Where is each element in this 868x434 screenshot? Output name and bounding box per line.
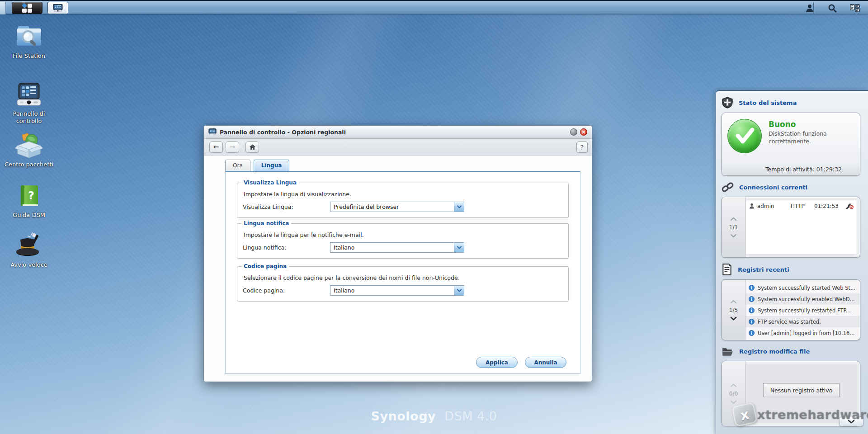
cancel-button[interactable]: Annulla bbox=[525, 357, 566, 368]
minimize-orb-button[interactable] bbox=[570, 128, 577, 136]
tab-lingua[interactable]: Lingua bbox=[254, 160, 290, 171]
taskbar-window-button-control-panel[interactable] bbox=[47, 2, 68, 14]
help-icon: ? bbox=[580, 144, 584, 151]
package-center-icon bbox=[4, 131, 54, 158]
select-value: Italiano bbox=[330, 286, 454, 295]
fieldset-legend: Codice pagina bbox=[241, 263, 289, 269]
notification-language-select[interactable]: Italiano bbox=[330, 242, 464, 253]
widget-title: Connessioni correnti bbox=[739, 184, 807, 191]
main-menu-button[interactable] bbox=[12, 2, 42, 14]
dropdown-arrow-icon bbox=[454, 286, 464, 295]
control-panel-window: Pannello di controllo - Opzioni regional… bbox=[203, 125, 592, 382]
info-icon bbox=[749, 296, 755, 302]
logs-pager: 1/5 bbox=[722, 280, 745, 340]
field-label: Lingua notifica: bbox=[243, 244, 330, 251]
connection-protocol: HTTP bbox=[791, 203, 814, 209]
dsm-watermark: Synology DSM 4.0 bbox=[371, 409, 497, 423]
tab-panel-lingua: Visualizza Lingua Impostare la lingua di… bbox=[225, 171, 580, 374]
pilot-view-icon[interactable] bbox=[849, 2, 861, 14]
dsm-version-text: DSM 4.0 bbox=[444, 409, 497, 423]
log-row: System successfully restarted FTP... bbox=[745, 305, 860, 316]
pager-down-icon[interactable] bbox=[730, 400, 737, 404]
display-language-select[interactable]: Predefinita del browser bbox=[330, 202, 464, 212]
dropdown-arrow-icon bbox=[454, 202, 464, 212]
site-watermark: x xtremehardware.com bbox=[733, 404, 868, 425]
home-button[interactable] bbox=[245, 142, 259, 153]
widget-header-recent-logs: Registri recenti bbox=[716, 258, 868, 279]
widget-header-system-status: Stato del sistema bbox=[716, 91, 868, 113]
fieldset-description: Impostare la lingua per le notifiche e-m… bbox=[244, 231, 563, 238]
status-description: DiskStation funziona correttamente. bbox=[769, 130, 841, 146]
forward-button[interactable]: → bbox=[226, 142, 239, 153]
dropdown-arrow-icon bbox=[454, 243, 464, 252]
forward-arrow-icon: → bbox=[230, 143, 236, 151]
fieldset-description: Selezionare il codice pagine per la conv… bbox=[244, 274, 563, 281]
home-icon bbox=[249, 144, 256, 150]
tab-ora[interactable]: Ora bbox=[225, 160, 250, 171]
desktop-icon-control-panel[interactable]: Pannello di controllo bbox=[4, 80, 54, 125]
apply-button[interactable]: Applica bbox=[476, 357, 518, 368]
pager-up-icon[interactable] bbox=[730, 217, 737, 221]
dsm-help-icon: ? bbox=[4, 182, 54, 209]
fieldset-legend: Lingua notifica bbox=[241, 220, 291, 226]
pager-label: 1/5 bbox=[729, 307, 738, 313]
fieldset-notification-language: Lingua notifica Impostare la lingua per … bbox=[237, 223, 569, 259]
pager-down-icon[interactable] bbox=[730, 316, 737, 321]
desktop-icon-label: Avvio veloce bbox=[4, 261, 54, 269]
window-toolbar: ← → ? bbox=[204, 139, 592, 156]
fieldset-description: Impostare la lingua di visualizzazione. bbox=[244, 191, 563, 198]
pager-label: 0/0 bbox=[729, 391, 738, 397]
file-log-empty-message: Nessun registro attivo bbox=[763, 383, 840, 397]
info-icon bbox=[749, 319, 755, 325]
log-row: User [admin] logged in from [10.16... bbox=[745, 327, 860, 339]
info-icon bbox=[749, 330, 755, 336]
desktop-icon-package-center[interactable]: Centro pacchetti bbox=[4, 131, 54, 168]
connections-card: 1/1 admin HTTP 01:21:53 bbox=[722, 197, 860, 258]
user-icon bbox=[749, 203, 755, 209]
fieldset-legend: Visualizza Lingua bbox=[241, 179, 299, 186]
back-button[interactable]: ← bbox=[209, 142, 223, 153]
window-title-icon bbox=[208, 128, 217, 136]
quick-start-icon bbox=[4, 231, 54, 259]
widget-header-connections: Connessioni correnti bbox=[716, 176, 868, 197]
tab-strip: Ora Lingua bbox=[225, 160, 289, 171]
window-content: Ora Lingua Visualizza Lingua Impostare l… bbox=[204, 156, 592, 382]
close-icon: × bbox=[581, 129, 586, 135]
control-panel-mini-icon bbox=[53, 4, 63, 12]
log-list: System successfully started Web St... Sy… bbox=[745, 280, 860, 340]
xtremehardware-logo-icon: x bbox=[731, 402, 758, 427]
info-icon bbox=[749, 285, 755, 291]
desktop-icon-dsm-help[interactable]: ? Guida DSM bbox=[4, 182, 54, 219]
log-row: System successfully enabled WebD... bbox=[745, 293, 860, 305]
show-desktop-strip[interactable] bbox=[0, 2, 6, 14]
user-account-icon[interactable] bbox=[804, 2, 816, 14]
desktop-icon-label: Centro pacchetti bbox=[4, 161, 54, 168]
desktop-icon-label: Guida DSM bbox=[4, 212, 54, 219]
back-arrow-icon: ← bbox=[213, 143, 219, 151]
svg-text:?: ? bbox=[28, 189, 34, 202]
connections-pager: 1/1 bbox=[722, 197, 745, 257]
pager-up-icon[interactable] bbox=[730, 383, 737, 387]
select-value: Italiano bbox=[330, 243, 454, 252]
close-button[interactable]: × bbox=[580, 128, 587, 136]
desktop-icon-file-station[interactable]: File Station bbox=[4, 23, 54, 60]
file-station-icon bbox=[4, 23, 54, 50]
help-button[interactable]: ? bbox=[576, 142, 588, 153]
pager-up-icon[interactable] bbox=[730, 300, 737, 304]
folder-open-icon bbox=[722, 346, 734, 357]
desktop-icon-label: File Station bbox=[4, 52, 54, 60]
desktop-icon-quick-start[interactable]: Avvio veloce bbox=[4, 231, 54, 269]
pager-label: 1/1 bbox=[729, 224, 738, 231]
connections-list: admin HTTP 01:21:53 bbox=[745, 200, 857, 255]
window-title: Pannello di controllo - Opzioni regional… bbox=[220, 129, 346, 136]
codepage-select[interactable]: Italiano bbox=[330, 285, 464, 296]
status-value: Buono bbox=[769, 120, 841, 129]
log-row: FTP service was started. bbox=[745, 316, 860, 327]
window-titlebar[interactable]: Pannello di controllo - Opzioni regional… bbox=[204, 126, 592, 139]
widget-title: Registri recenti bbox=[738, 266, 789, 273]
disconnect-icon[interactable] bbox=[845, 203, 854, 209]
search-icon[interactable] bbox=[826, 2, 838, 14]
status-ok-icon bbox=[727, 119, 762, 153]
pager-down-icon[interactable] bbox=[730, 234, 737, 238]
fieldset-codepage: Codice pagina Selezionare il codice pagi… bbox=[237, 266, 569, 302]
